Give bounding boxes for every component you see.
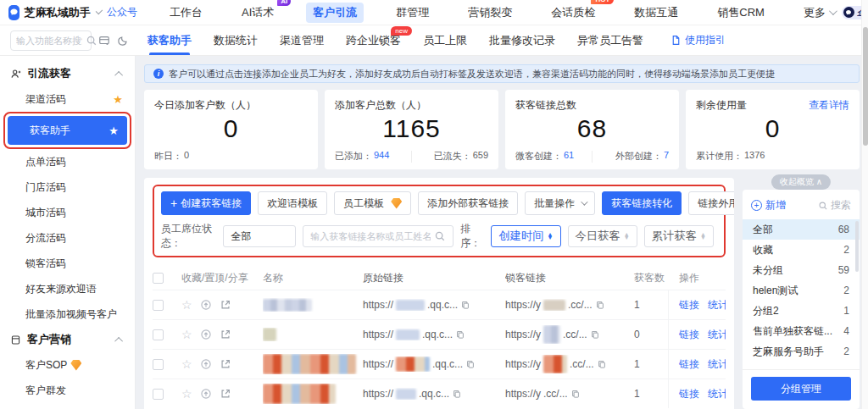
- group-item-ungrouped[interactable]: 未分组59: [743, 260, 860, 280]
- collapse-overview-pill[interactable]: 收起概览 ∧: [771, 174, 831, 190]
- nav-item-group-management[interactable]: 群管理: [389, 3, 436, 23]
- tab-cross-enterprise-lock[interactable]: 跨企业锁客new: [346, 25, 401, 55]
- star-icon[interactable]: ☆: [181, 357, 192, 371]
- sidebar-section-acquisition[interactable]: 引流获客: [0, 61, 135, 86]
- row-checkbox[interactable]: [153, 359, 164, 370]
- scrollbar-thumb[interactable]: [863, 27, 868, 146]
- nav-item-conversation-qc[interactable]: 会话质检HOT: [544, 3, 602, 23]
- copy-icon[interactable]: [452, 389, 462, 399]
- nav-item-data-interchange[interactable]: 数据互通: [627, 3, 685, 23]
- group-item-service-assistant[interactable]: 芝麻服务号助手2: [743, 341, 860, 362]
- link-action[interactable]: 链接: [679, 387, 699, 401]
- tab-data-statistics[interactable]: 数据统计: [214, 25, 258, 55]
- sort-total-button[interactable]: 累计获客▲▼: [644, 225, 714, 247]
- sidebar-item-channel-code[interactable]: 渠道活码 ★: [0, 86, 135, 112]
- brand-sub-link[interactable]: 公众号: [107, 5, 137, 19]
- copy-icon[interactable]: [595, 300, 605, 310]
- group-list-scrollbar[interactable]: [855, 221, 859, 272]
- sidebar-item-city-code[interactable]: 城市活码: [0, 200, 135, 225]
- sort-today-button[interactable]: 今日获客▲▼: [568, 225, 637, 247]
- group-item-helen-test[interactable]: helen测试2: [743, 280, 860, 301]
- sidebar-item-acquisition-assistant[interactable]: 获客助手 ★: [0, 112, 135, 149]
- star-icon[interactable]: ☆: [181, 387, 192, 401]
- add-external-link-button[interactable]: 添加外部获客链接: [418, 191, 518, 215]
- add-group-button[interactable]: +新增: [751, 198, 786, 213]
- group-item-all[interactable]: 全部68: [743, 219, 860, 240]
- favorite-star-icon[interactable]: ★: [108, 124, 119, 137]
- stats-action[interactable]: 统计: [708, 387, 726, 401]
- link-action[interactable]: 链接: [679, 357, 699, 372]
- sidebar-item-store-code[interactable]: 门店活码: [0, 174, 135, 200]
- link-action[interactable]: 链接: [679, 298, 699, 312]
- panel-icon[interactable]: [98, 35, 110, 47]
- view-details-link[interactable]: 查看详情: [809, 98, 849, 113]
- tab-staff-limit[interactable]: 员工上限: [423, 25, 467, 55]
- moon-icon[interactable]: [117, 35, 129, 47]
- usage-guide-link[interactable]: 使用指引: [670, 33, 726, 47]
- pin-top-icon[interactable]: [200, 329, 212, 340]
- tab-batch-modify-records[interactable]: 批量修改记录: [489, 25, 555, 55]
- nav-item-sales-crm[interactable]: 销售CRM: [710, 3, 771, 23]
- group-item-presale-links[interactable]: 售前单独获客链...4: [743, 321, 860, 341]
- sidebar-item-friend-source-welcome[interactable]: 好友来源欢迎语: [0, 276, 135, 301]
- nav-item-customer-acquisition[interactable]: 客户引流: [306, 3, 364, 23]
- copy-icon[interactable]: [570, 389, 581, 399]
- sidebar-item-customer-mass-send[interactable]: 客户群发: [0, 378, 135, 403]
- function-search-box[interactable]: [10, 30, 92, 51]
- sidebar-item-order-code[interactable]: 点单活码: [0, 149, 135, 174]
- copy-icon[interactable]: [460, 300, 470, 310]
- favorite-star-icon[interactable]: ★: [113, 93, 123, 106]
- stats-action[interactable]: 统计: [708, 357, 726, 372]
- stats-action[interactable]: 统计: [708, 298, 726, 312]
- share-icon[interactable]: [220, 388, 231, 400]
- link-conversion-button[interactable]: 获客链接转化: [602, 191, 682, 215]
- tab-channel-management[interactable]: 渠道管理: [280, 25, 324, 55]
- copy-icon[interactable]: [597, 359, 607, 369]
- link-external-button[interactable]: 链接外用: [688, 191, 734, 215]
- star-icon[interactable]: ☆: [181, 328, 192, 341]
- staff-template-button[interactable]: 员工模板: [334, 191, 411, 215]
- page-scrollbar[interactable]: [861, 0, 868, 409]
- copy-icon[interactable]: [465, 359, 476, 369]
- group-manage-button[interactable]: 分组管理: [751, 377, 851, 401]
- tab-abnormal-staff-alert[interactable]: 异常员工告警: [577, 25, 643, 55]
- batch-operation-button[interactable]: 批量操作: [525, 191, 595, 215]
- group-item-group2[interactable]: 分组21: [743, 301, 860, 321]
- seat-status-select[interactable]: 全部: [223, 225, 296, 247]
- welcome-template-button[interactable]: 欢迎语模板: [258, 191, 327, 215]
- row-checkbox[interactable]: [153, 389, 164, 400]
- pin-top-icon[interactable]: [200, 299, 212, 311]
- select-all-checkbox[interactable]: [153, 273, 164, 284]
- brand-chevron-down-icon[interactable]: [95, 8, 103, 15]
- link-search-box[interactable]: [303, 225, 453, 247]
- sort-create-time-button[interactable]: 创建时间▲▼: [491, 225, 560, 247]
- sidebar-item-customer-sop[interactable]: 客户SOP: [0, 352, 135, 378]
- stats-action[interactable]: 统计: [708, 328, 726, 342]
- nav-item-ai-script[interactable]: AI话术AI: [235, 3, 281, 23]
- sidebar-item-batch-add-video-customers[interactable]: 批量添加视频号客户: [0, 301, 135, 327]
- function-search-input[interactable]: [16, 36, 82, 46]
- group-search-button[interactable]: 搜索: [818, 198, 851, 213]
- sidebar-item-divert-code[interactable]: 分流活码: [0, 225, 135, 251]
- sidebar-item-lock-code[interactable]: 锁客活码: [0, 251, 135, 276]
- nav-item-marketing-fission[interactable]: 营销裂变: [461, 3, 519, 23]
- sidebar-section-marketing[interactable]: 客户营销: [0, 327, 135, 352]
- group-item-favorites[interactable]: 收藏2: [743, 240, 860, 260]
- share-icon[interactable]: [220, 299, 231, 311]
- link-action[interactable]: 链接: [679, 328, 699, 342]
- share-icon[interactable]: [220, 329, 231, 340]
- pin-top-icon[interactable]: [200, 358, 212, 370]
- create-link-button[interactable]: +创建获客链接: [161, 191, 251, 215]
- star-icon[interactable]: ☆: [181, 298, 192, 312]
- row-checkbox[interactable]: [153, 300, 164, 311]
- share-icon[interactable]: [220, 358, 231, 370]
- link-search-input[interactable]: [310, 231, 431, 241]
- brand-area[interactable]: 芝麻私域助手 公众号: [8, 5, 137, 20]
- row-checkbox[interactable]: [153, 329, 164, 340]
- nav-item-workbench[interactable]: 工作台: [163, 3, 209, 23]
- nav-item-more[interactable]: 更多: [797, 3, 842, 23]
- sidebar-item-pursue-mass-send[interactable]: 逐客群发: [0, 403, 135, 409]
- copy-icon[interactable]: [455, 329, 465, 340]
- tab-acquisition-assistant[interactable]: 获客助手: [147, 25, 192, 55]
- pin-top-icon[interactable]: [200, 388, 212, 400]
